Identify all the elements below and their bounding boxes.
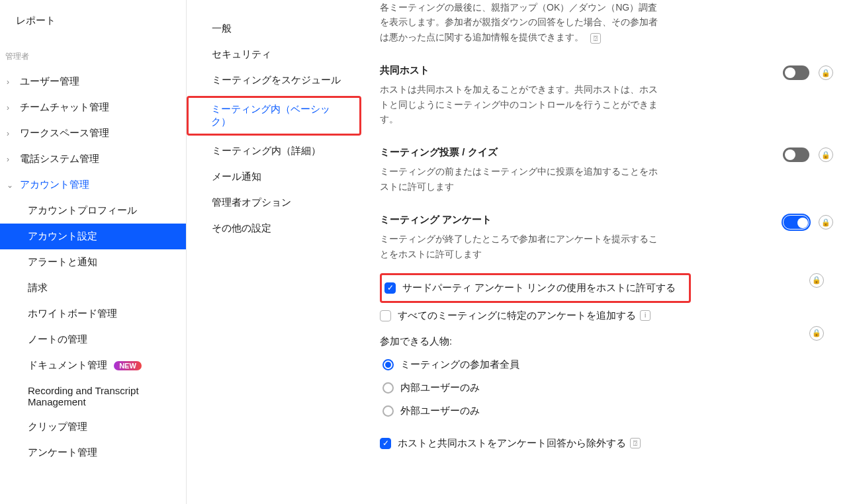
- left-sidebar: レポート 管理者 › ユーザー管理 › チームチャット管理 › ワークスペース管…: [0, 0, 187, 504]
- option-thirdparty-survey[interactable]: ✓ サードパーティ アンケート リンクの使用をホストに許可する: [380, 273, 691, 303]
- subnav-in-meeting-advanced[interactable]: ミーティング内（詳細）: [187, 138, 365, 164]
- lock-icon[interactable]: 🔒: [809, 326, 824, 341]
- chevron-right-icon: ›: [7, 129, 16, 138]
- new-badge: NEW: [114, 361, 142, 370]
- radio-icon[interactable]: [382, 359, 394, 370]
- sidebar-item-clips[interactable]: クリップ管理: [0, 414, 186, 440]
- toggle-survey[interactable]: [783, 215, 809, 230]
- sidebar-group-workspace[interactable]: › ワークスペース管理: [0, 120, 186, 146]
- option-exclude-hosts[interactable]: ✓ ホストと共同ホストをアンケート回答から除外する ⍰: [380, 433, 833, 454]
- sidebar-item-documents[interactable]: ドキュメント管理 NEW: [0, 353, 186, 378]
- lock-icon[interactable]: 🔒: [819, 65, 833, 80]
- subnav-admin-options[interactable]: 管理者オプション: [187, 190, 365, 216]
- checkbox-icon[interactable]: ✓: [380, 438, 391, 449]
- radio-label: 外部ユーザーのみ: [400, 405, 480, 417]
- lock-icon[interactable]: 🔒: [809, 273, 824, 288]
- lock-icon[interactable]: 🔒: [819, 147, 833, 162]
- setting-desc: ミーティングの前またはミーティング中に投票を追加することをホストに許可します: [380, 164, 658, 194]
- checkbox-icon[interactable]: ✓: [384, 282, 396, 294]
- subnav-in-meeting-basic[interactable]: ミーティング内（ベーシック）: [187, 96, 361, 136]
- info-icon[interactable]: ⍰: [630, 438, 641, 448]
- option-label: ホストと共同ホストをアンケート回答から除外する: [398, 437, 626, 450]
- subnav-security[interactable]: セキュリティ: [187, 42, 365, 67]
- radio-internal-only[interactable]: 内部ユーザーのみ: [380, 376, 691, 399]
- radio-external-only[interactable]: 外部ユーザーのみ: [380, 399, 691, 423]
- sidebar-item-account-settings[interactable]: アカウント設定: [0, 224, 186, 249]
- sidebar-item-recording[interactable]: Recording and Transcript Management: [0, 378, 186, 414]
- option-all-meetings-survey[interactable]: すべてのミーティングに特定のアンケートを追加する i: [380, 306, 691, 326]
- chevron-right-icon: ›: [7, 77, 16, 87]
- radio-all-participants[interactable]: ミーティングの参加者全員: [380, 353, 691, 376]
- toggle-poll[interactable]: [783, 147, 809, 162]
- sidebar-group-account[interactable]: ⌄ アカウント管理: [0, 172, 186, 198]
- sidebar-group-team-chat[interactable]: › チームチャット管理: [0, 95, 186, 120]
- sidebar-section-admin: 管理者: [0, 46, 186, 69]
- setting-desc: 各ミーティングの最後に、親指アップ（OK）／ダウン（NG）調査を表示します。参加…: [380, 0, 658, 44]
- subnav-general[interactable]: 一般: [187, 16, 365, 42]
- chevron-right-icon: ›: [7, 103, 16, 112]
- subnav-email[interactable]: メール通知: [187, 164, 365, 190]
- sidebar-group-phone-system[interactable]: › 電話システム管理: [0, 146, 186, 172]
- subnav-other[interactable]: その他の設定: [187, 216, 365, 241]
- radio-icon[interactable]: [382, 382, 394, 394]
- setting-desc: ホストは共同ホストを加えることができます。共同ホストは、ホストと同じようにミーテ…: [380, 82, 658, 126]
- setting-title: 共同ホスト: [380, 64, 658, 77]
- radio-icon[interactable]: [382, 405, 394, 417]
- sidebar-group-label: 電話システム管理: [20, 153, 99, 165]
- sidebar-group-label: ワークスペース管理: [20, 127, 109, 140]
- main-content: 各ミーティングの最後に、親指アップ（OK）／ダウン（NG）調査を表示します。参加…: [365, 0, 853, 504]
- sidebar-group-label: アカウント管理: [20, 179, 89, 191]
- survey-sub-options: ✓ サードパーティ アンケート リンクの使用をホストに許可する すべてのミーティ…: [380, 273, 833, 454]
- setting-cohost: 共同ホスト ホストは共同ホストを加えることができます。共同ホストは、ホストと同じ…: [380, 64, 833, 126]
- setting-feedback: 各ミーティングの最後に、親指アップ（OK）／ダウン（NG）調査を表示します。参加…: [380, 0, 833, 44]
- setting-desc: ミーティングが終了したところで参加者にアンケートを提示することをホストに許可しま…: [380, 231, 658, 261]
- sidebar-item-account-profile[interactable]: アカウントプロフィール: [0, 198, 186, 224]
- sidebar-item-report[interactable]: レポート: [0, 0, 186, 46]
- setting-poll: ミーティング投票 / クイズ ミーティングの前またはミーティング中に投票を追加す…: [380, 146, 833, 194]
- setting-title: ミーティング投票 / クイズ: [380, 146, 658, 159]
- sidebar-item-label: ドキュメント管理: [28, 359, 107, 370]
- sidebar-item-whiteboard[interactable]: ホワイトボード管理: [0, 301, 186, 327]
- info-icon[interactable]: ⍰: [590, 33, 601, 44]
- setting-survey: ミーティング アンケート ミーティングが終了したところで参加者にアンケートを提示…: [380, 214, 833, 261]
- sidebar-item-surveys[interactable]: アンケート管理: [0, 440, 186, 466]
- sidebar-item-alerts[interactable]: アラートと通知: [0, 249, 186, 275]
- radio-label: 内部ユーザーのみ: [400, 382, 480, 394]
- sidebar-item-billing[interactable]: 請求: [0, 275, 186, 301]
- chevron-right-icon: ›: [7, 155, 16, 164]
- setting-title: ミーティング アンケート: [380, 214, 658, 226]
- sidebar-item-notes[interactable]: ノートの管理: [0, 327, 186, 353]
- who-can-participate-label: 参加できる人物:: [380, 326, 691, 353]
- sidebar-group-user-management[interactable]: › ユーザー管理: [0, 69, 186, 95]
- option-label: サードパーティ アンケート リンクの使用をホストに許可する: [402, 282, 676, 294]
- sidebar-group-label: ユーザー管理: [20, 75, 79, 88]
- sidebar-group-label: チームチャット管理: [20, 101, 109, 114]
- chevron-down-icon: ⌄: [7, 181, 16, 190]
- lock-icon[interactable]: 🔒: [819, 215, 833, 230]
- info-icon[interactable]: i: [640, 310, 651, 321]
- settings-subnav: 一般 セキュリティ ミーティングをスケジュール ミーティング内（ベーシック） ミ…: [187, 0, 365, 504]
- setting-desc-text: 各ミーティングの最後に、親指アップ（OK）／ダウン（NG）調査を表示します。参加…: [380, 2, 658, 42]
- toggle-cohost[interactable]: [783, 65, 809, 80]
- checkbox-icon[interactable]: [380, 310, 391, 321]
- subnav-schedule[interactable]: ミーティングをスケジュール: [187, 67, 365, 93]
- option-label: すべてのミーティングに特定のアンケートを追加する: [398, 310, 636, 322]
- radio-label: ミーティングの参加者全員: [400, 358, 519, 371]
